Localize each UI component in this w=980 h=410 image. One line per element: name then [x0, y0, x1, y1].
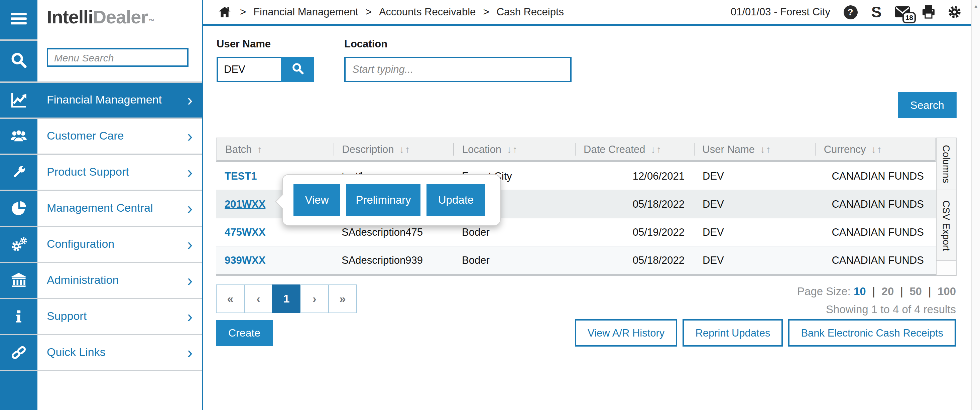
breadcrumb-item-cash-receipts[interactable]: Cash Receipts	[497, 6, 564, 18]
breadcrumb-item-accounts-receivable[interactable]: Accounts Receivable	[379, 6, 476, 18]
menu-search-input[interactable]	[47, 48, 189, 67]
last-page-button[interactable]: »	[328, 285, 357, 313]
create-button[interactable]: Create	[216, 320, 273, 346]
bank-icon	[0, 263, 37, 298]
page-size-option-50[interactable]: 50	[910, 285, 922, 297]
cell-currency: CANADIAN FUNDS	[816, 170, 936, 182]
rail-search-button[interactable]	[0, 41, 37, 81]
cell-user-name: DEV	[694, 226, 816, 238]
column-header-date-created[interactable]: Date Created ↓↑	[575, 138, 694, 160]
page-size-selector: Page Size: 10 | 20 | 50 | 100	[797, 285, 956, 298]
results-summary: Showing 1 to 4 of 4 results	[826, 303, 956, 316]
cell-location: Boder	[453, 226, 575, 238]
scrollbar[interactable]: ▲	[971, 0, 980, 410]
search-icon	[10, 51, 27, 71]
next-page-button[interactable]: ›	[300, 285, 329, 313]
scroll-up-arrow-icon[interactable]: ▲	[973, 3, 978, 9]
current-page-button[interactable]: 1	[272, 285, 301, 313]
user-name-label: User Name	[216, 38, 271, 50]
location-label: Location	[344, 38, 387, 50]
batch-link[interactable]: 475WXX	[224, 226, 266, 238]
print-icon[interactable]	[921, 4, 937, 20]
s-brand-icon[interactable]: S	[869, 4, 885, 20]
page-size-option-10[interactable]: 10	[854, 285, 866, 297]
view-button[interactable]: View	[293, 184, 340, 216]
bank-electronic-cash-receipts-button[interactable]: Bank Electronic Cash Receipts	[788, 319, 956, 347]
column-header-location[interactable]: Location ↓↑	[453, 138, 575, 160]
mail-count-badge: 18	[903, 12, 916, 24]
sidebar-item-label: Financial Management	[37, 93, 187, 107]
sidebar-item-financial-management[interactable]: Financial Management ›	[0, 83, 202, 119]
reprint-updates-button[interactable]: Reprint Updates	[682, 319, 783, 347]
chevron-right-icon: ›	[187, 164, 202, 180]
batch-link[interactable]: TEST1	[224, 170, 257, 182]
column-label: Date Created	[584, 143, 645, 155]
first-page-button[interactable]: «	[216, 285, 245, 313]
chevron-right-icon: ›	[187, 236, 202, 252]
top-bar: > Financial Management > Accounts Receiv…	[203, 0, 972, 26]
search-button[interactable]: Search	[898, 92, 956, 118]
breadcrumb-separator: >	[240, 6, 246, 18]
previous-page-button[interactable]: ‹	[244, 285, 273, 313]
breadcrumb-item-financial-management[interactable]: Financial Management	[253, 6, 358, 18]
sort-both-icon: ↓↑	[399, 144, 410, 155]
pagination: « ‹ 1 › »	[216, 285, 357, 313]
column-label: Currency	[824, 143, 866, 155]
breadcrumb-separator: >	[483, 6, 489, 18]
column-header-description[interactable]: Description ↓↑	[333, 138, 453, 160]
chart-line-icon	[0, 83, 37, 117]
secondary-actions: View A/R History Reprint Updates Bank El…	[575, 319, 956, 347]
page-size-option-100[interactable]: 100	[937, 285, 956, 297]
cell-currency: CANADIAN FUNDS	[816, 198, 936, 210]
hamburger-menu-button[interactable]	[0, 0, 37, 41]
search-icon	[291, 62, 304, 77]
cell-description: SAdescription475	[333, 226, 453, 238]
batch-link[interactable]: 201WXX	[224, 198, 266, 210]
page-size-option-20[interactable]: 20	[882, 285, 894, 297]
sidebar-item-label: Customer Care	[37, 130, 187, 143]
sort-both-icon: ↓↑	[871, 144, 882, 155]
user-name-lookup-button[interactable]	[281, 57, 314, 82]
view-ar-history-button[interactable]: View A/R History	[575, 319, 677, 347]
user-name-field-group	[216, 57, 314, 82]
user-name-input[interactable]	[216, 57, 281, 82]
cell-description: SAdescription939	[333, 254, 453, 266]
mail-icon[interactable]: 18	[894, 4, 910, 20]
tab-columns[interactable]: Columns	[936, 138, 956, 190]
breadcrumb-separator: >	[366, 6, 372, 18]
sidebar-item-management-central[interactable]: Management Central ›	[0, 191, 202, 227]
column-header-user-name[interactable]: User Name ↓↑	[694, 138, 815, 160]
cell-date-created: 05/18/2022	[575, 254, 694, 266]
page-size-separator: |	[928, 285, 931, 297]
preliminary-button[interactable]: Preliminary	[346, 184, 420, 216]
people-icon	[0, 119, 37, 154]
home-icon[interactable]	[216, 4, 232, 20]
sidebar-item-label: Administration	[37, 274, 187, 287]
help-icon[interactable]: ?	[842, 4, 858, 20]
sidebar-item-customer-care[interactable]: Customer Care ›	[0, 119, 202, 155]
date-location-context: 01/01/03 - Forest City	[731, 6, 830, 18]
sort-asc-icon: ↑	[257, 144, 263, 155]
sidebar-filler	[0, 371, 202, 410]
sidebar-item-configuration[interactable]: Configuration ›	[0, 227, 202, 263]
link-icon	[0, 335, 37, 370]
column-label: User Name	[702, 143, 755, 155]
chevron-right-icon: ›	[187, 309, 202, 325]
batch-link[interactable]: 939WXX	[224, 254, 266, 266]
column-header-currency[interactable]: Currency ↓↑	[815, 138, 935, 160]
trademark-symbol: ™	[148, 18, 154, 25]
sidebar-item-quick-links[interactable]: Quick Links ›	[0, 335, 202, 371]
chevron-right-icon: ›	[187, 200, 202, 216]
page-size-separator: |	[900, 285, 903, 297]
sidebar-item-support[interactable]: Support ›	[0, 299, 202, 335]
sidebar-item-administration[interactable]: Administration ›	[0, 263, 202, 299]
column-header-batch[interactable]: Batch ↑	[216, 138, 333, 160]
tab-csv-export[interactable]: CSV Export	[936, 190, 956, 261]
sidebar-item-product-support[interactable]: Product Support ›	[0, 155, 202, 191]
sidebar-item-label: Configuration	[37, 238, 187, 251]
location-input[interactable]	[344, 57, 571, 82]
settings-gear-icon[interactable]	[947, 4, 963, 20]
update-button[interactable]: Update	[426, 184, 485, 216]
sidebar-item-label: Support	[37, 310, 187, 323]
icon-rail	[0, 0, 37, 81]
